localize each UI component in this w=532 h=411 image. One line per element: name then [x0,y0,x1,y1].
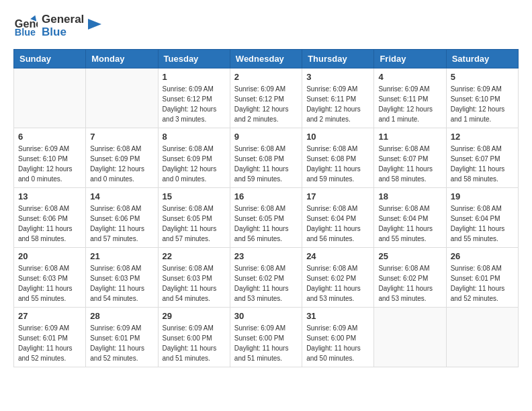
day-number: 6 [18,132,81,142]
day-number: 20 [18,251,81,261]
calendar-cell: 30Sunrise: 6:09 AM Sunset: 6:00 PM Dayli… [230,308,302,367]
calendar-cell: 11Sunrise: 6:08 AM Sunset: 6:07 PM Dayli… [374,128,446,188]
calendar-cell: 1Sunrise: 6:09 AM Sunset: 6:12 PM Daylig… [158,68,230,128]
calendar-cell [86,68,158,128]
day-number: 4 [378,72,441,82]
day-info: Sunrise: 6:08 AM Sunset: 6:04 PM Dayligh… [306,203,369,244]
day-info: Sunrise: 6:09 AM Sunset: 6:12 PM Dayligh… [234,84,298,124]
calendar-cell: 25Sunrise: 6:08 AM Sunset: 6:02 PM Dayli… [374,248,446,308]
day-number: 27 [18,311,81,321]
day-info: Sunrise: 6:08 AM Sunset: 6:01 PM Dayligh… [451,263,514,304]
day-number: 3 [306,72,369,82]
page-header: General Blue General Blue [13,13,519,38]
day-info: Sunrise: 6:09 AM Sunset: 6:10 PM Dayligh… [18,144,81,184]
calendar-cell: 21Sunrise: 6:08 AM Sunset: 6:03 PM Dayli… [86,248,158,308]
logo-text-blue: Blue [42,26,84,39]
calendar-cell: 28Sunrise: 6:09 AM Sunset: 6:01 PM Dayli… [86,308,158,367]
calendar-cell: 8Sunrise: 6:08 AM Sunset: 6:09 PM Daylig… [158,128,230,188]
calendar-cell: 20Sunrise: 6:08 AM Sunset: 6:03 PM Dayli… [14,248,86,308]
calendar-cell: 22Sunrise: 6:08 AM Sunset: 6:03 PM Dayli… [158,248,230,308]
day-info: Sunrise: 6:08 AM Sunset: 6:05 PM Dayligh… [234,203,298,244]
calendar-cell: 15Sunrise: 6:08 AM Sunset: 6:05 PM Dayli… [158,188,230,248]
calendar-cell: 29Sunrise: 6:09 AM Sunset: 6:00 PM Dayli… [158,308,230,367]
day-info: Sunrise: 6:08 AM Sunset: 6:02 PM Dayligh… [234,263,298,304]
calendar-cell: 18Sunrise: 6:08 AM Sunset: 6:04 PM Dayli… [374,188,446,248]
day-info: Sunrise: 6:09 AM Sunset: 6:10 PM Dayligh… [451,84,514,124]
week-row-3: 13Sunrise: 6:08 AM Sunset: 6:06 PM Dayli… [14,188,519,248]
logo-triangle-icon [88,19,101,34]
calendar-cell: 26Sunrise: 6:08 AM Sunset: 6:01 PM Dayli… [446,248,518,308]
day-number: 14 [90,191,153,201]
calendar-cell: 2Sunrise: 6:09 AM Sunset: 6:12 PM Daylig… [230,68,302,128]
svg-marker-3 [88,19,101,30]
logo-text-general: General [42,13,84,26]
day-number: 31 [306,311,369,321]
day-info: Sunrise: 6:08 AM Sunset: 6:03 PM Dayligh… [90,263,153,304]
calendar-cell [446,308,518,367]
calendar-cell: 6Sunrise: 6:09 AM Sunset: 6:10 PM Daylig… [14,128,86,188]
calendar-cell: 16Sunrise: 6:08 AM Sunset: 6:05 PM Dayli… [230,188,302,248]
calendar-header-tuesday: Tuesday [158,50,230,68]
day-number: 5 [451,72,514,82]
calendar-cell: 23Sunrise: 6:08 AM Sunset: 6:02 PM Dayli… [230,248,302,308]
day-info: Sunrise: 6:08 AM Sunset: 6:07 PM Dayligh… [378,144,441,184]
calendar-cell: 12Sunrise: 6:08 AM Sunset: 6:07 PM Dayli… [446,128,518,188]
day-number: 10 [306,132,369,142]
calendar-cell: 7Sunrise: 6:08 AM Sunset: 6:09 PM Daylig… [86,128,158,188]
calendar-cell: 17Sunrise: 6:08 AM Sunset: 6:04 PM Dayli… [302,188,374,248]
week-row-1: 1Sunrise: 6:09 AM Sunset: 6:12 PM Daylig… [14,68,519,128]
day-number: 24 [306,251,369,261]
day-number: 19 [451,191,514,201]
day-info: Sunrise: 6:08 AM Sunset: 6:06 PM Dayligh… [90,203,153,244]
day-info: Sunrise: 6:09 AM Sunset: 6:00 PM Dayligh… [163,323,226,363]
day-number: 21 [90,251,153,261]
calendar-cell: 9Sunrise: 6:08 AM Sunset: 6:08 PM Daylig… [230,128,302,188]
day-info: Sunrise: 6:08 AM Sunset: 6:06 PM Dayligh… [18,203,81,244]
day-number: 7 [90,132,153,142]
calendar-cell: 24Sunrise: 6:08 AM Sunset: 6:02 PM Dayli… [302,248,374,308]
day-number: 15 [163,191,226,201]
day-info: Sunrise: 6:08 AM Sunset: 6:05 PM Dayligh… [163,203,226,244]
day-info: Sunrise: 6:09 AM Sunset: 6:11 PM Dayligh… [378,84,441,124]
day-number: 11 [378,132,441,142]
week-row-4: 20Sunrise: 6:08 AM Sunset: 6:03 PM Dayli… [14,248,519,308]
day-info: Sunrise: 6:08 AM Sunset: 6:09 PM Dayligh… [163,144,226,184]
day-info: Sunrise: 6:08 AM Sunset: 6:04 PM Dayligh… [451,203,514,244]
day-info: Sunrise: 6:09 AM Sunset: 6:00 PM Dayligh… [306,323,369,363]
day-number: 17 [306,191,369,201]
calendar-cell: 3Sunrise: 6:09 AM Sunset: 6:11 PM Daylig… [302,68,374,128]
day-number: 13 [18,191,81,201]
day-info: Sunrise: 6:08 AM Sunset: 6:08 PM Dayligh… [306,144,369,184]
week-row-2: 6Sunrise: 6:09 AM Sunset: 6:10 PM Daylig… [14,128,519,188]
logo: General Blue General Blue [13,13,101,38]
day-number: 2 [234,72,298,82]
day-info: Sunrise: 6:08 AM Sunset: 6:02 PM Dayligh… [306,263,369,304]
calendar-header-monday: Monday [86,50,158,68]
day-info: Sunrise: 6:08 AM Sunset: 6:03 PM Dayligh… [163,263,226,304]
day-number: 18 [378,191,441,201]
day-info: Sunrise: 6:09 AM Sunset: 6:01 PM Dayligh… [90,323,153,363]
day-info: Sunrise: 6:08 AM Sunset: 6:09 PM Dayligh… [90,144,153,184]
day-info: Sunrise: 6:08 AM Sunset: 6:07 PM Dayligh… [451,144,514,184]
day-number: 16 [234,191,298,201]
calendar-header-wednesday: Wednesday [230,50,302,68]
svg-text:Blue: Blue [15,27,36,38]
calendar-cell: 4Sunrise: 6:09 AM Sunset: 6:11 PM Daylig… [374,68,446,128]
day-number: 12 [451,132,514,142]
day-info: Sunrise: 6:08 AM Sunset: 6:08 PM Dayligh… [234,144,298,184]
day-info: Sunrise: 6:09 AM Sunset: 6:11 PM Dayligh… [306,84,369,124]
day-number: 9 [234,132,298,142]
day-number: 22 [163,251,226,261]
calendar-cell: 5Sunrise: 6:09 AM Sunset: 6:10 PM Daylig… [446,68,518,128]
calendar-table: SundayMondayTuesdayWednesdayThursdayFrid… [13,49,519,367]
calendar-cell: 31Sunrise: 6:09 AM Sunset: 6:00 PM Dayli… [302,308,374,367]
day-number: 30 [234,311,298,321]
day-number: 26 [451,251,514,261]
day-number: 23 [234,251,298,261]
day-info: Sunrise: 6:08 AM Sunset: 6:04 PM Dayligh… [378,203,441,244]
day-number: 29 [163,311,226,321]
day-number: 28 [90,311,153,321]
day-number: 1 [163,72,226,82]
calendar-cell: 27Sunrise: 6:09 AM Sunset: 6:01 PM Dayli… [14,308,86,367]
calendar-header-saturday: Saturday [446,50,518,68]
